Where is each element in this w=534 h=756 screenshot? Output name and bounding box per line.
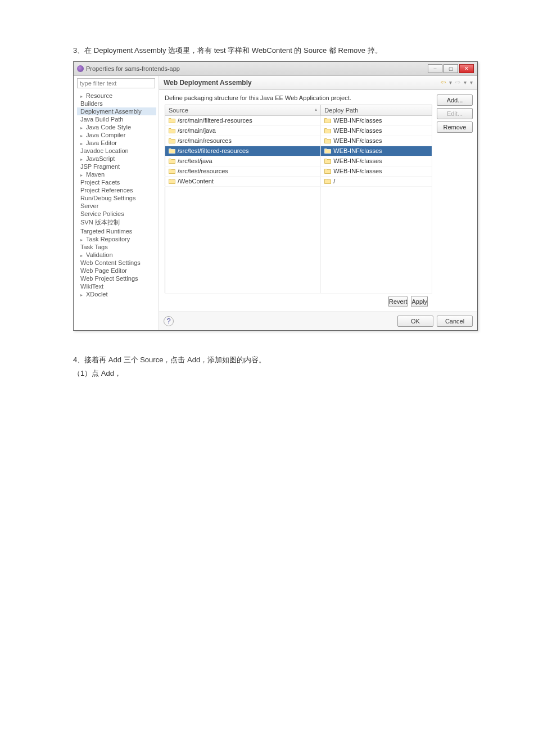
properties-dialog: Properties for sams-frontends-app – ▢ ✕ … bbox=[73, 61, 478, 331]
tree-item[interactable]: Resource bbox=[77, 92, 156, 100]
tree-item[interactable]: Project References bbox=[77, 186, 156, 194]
folder-icon: WEB-INF/classes bbox=[324, 117, 382, 124]
tree-item[interactable]: Validation bbox=[77, 251, 156, 259]
window-titlebar: Properties for sams-frontends-app – ▢ ✕ bbox=[74, 62, 477, 76]
tree-item[interactable]: Builders bbox=[77, 100, 156, 107]
folder-icon: / bbox=[324, 178, 335, 184]
sort-indicator-icon: ▴ bbox=[315, 107, 317, 112]
folder-icon: WEB-INF/classes bbox=[324, 168, 382, 174]
sidebar: ResourceBuildersDeployment AssemblyJava … bbox=[74, 76, 159, 330]
folder-icon: WEB-INF/classes bbox=[324, 158, 382, 164]
tree-item[interactable]: WikiText bbox=[77, 282, 156, 290]
tree-item[interactable]: Service Policies bbox=[77, 210, 156, 218]
folder-icon: /src/main/filtered-resources bbox=[169, 117, 252, 124]
maximize-button[interactable]: ▢ bbox=[444, 64, 458, 73]
tree-item[interactable]: SVN 版本控制 bbox=[77, 218, 156, 227]
caption-4: 4、接着再 Add 三个 Source，点击 Add，添加如图的内容。 bbox=[73, 353, 478, 367]
window-title: Properties for sams-frontends-app bbox=[86, 65, 180, 72]
tree-item[interactable]: Targeted Runtimes bbox=[77, 227, 156, 235]
folder-icon: /WebContent bbox=[169, 178, 214, 184]
assembly-table[interactable]: Source▴ Deploy Path /src/main/filtered-r… bbox=[165, 105, 432, 294]
table-row[interactable]: /src/main/filtered-resources WEB-INF/cla… bbox=[165, 115, 432, 125]
col-source[interactable]: Source▴ bbox=[165, 105, 321, 115]
tree-item[interactable]: XDoclet bbox=[77, 290, 156, 298]
col-deploy[interactable]: Deploy Path bbox=[321, 105, 432, 115]
tree-item[interactable]: Project Facets bbox=[77, 178, 156, 186]
tree-item[interactable]: Run/Debug Settings bbox=[77, 194, 156, 202]
tree-item[interactable]: Java Compiler bbox=[77, 131, 156, 139]
forward-dropdown-icon[interactable]: ▾ bbox=[464, 79, 467, 86]
folder-icon: /src/test/java bbox=[169, 158, 212, 164]
tree-item[interactable]: Web Content Settings bbox=[77, 259, 156, 267]
folder-icon: /src/main/java bbox=[169, 127, 216, 134]
help-icon[interactable]: ? bbox=[164, 316, 174, 326]
tree-item[interactable]: Java Code Style bbox=[77, 123, 156, 131]
menu-dropdown-icon[interactable]: ▾ bbox=[470, 79, 473, 86]
back-dropdown-icon[interactable]: ▾ bbox=[449, 79, 452, 86]
revert-button[interactable]: Revert bbox=[388, 296, 408, 307]
folder-icon: /src/main/resources bbox=[169, 137, 232, 144]
tree-item[interactable]: Java Editor bbox=[77, 139, 156, 147]
folder-icon: WEB-INF/classes bbox=[324, 127, 382, 134]
edit-button[interactable]: Edit... bbox=[437, 108, 473, 119]
forward-icon[interactable]: ⇨ bbox=[455, 79, 460, 86]
close-button[interactable]: ✕ bbox=[459, 64, 474, 73]
apply-button[interactable]: Apply bbox=[411, 296, 428, 307]
add-button[interactable]: Add... bbox=[437, 94, 473, 106]
remove-button[interactable]: Remove bbox=[437, 122, 473, 133]
folder-icon: WEB-INF/classes bbox=[324, 147, 382, 154]
folder-icon: /src/test/resources bbox=[169, 168, 228, 174]
page-description: Define packaging structure for this Java… bbox=[165, 94, 432, 101]
folder-icon: /src/test/filtered-resources bbox=[169, 147, 249, 154]
filter-input[interactable] bbox=[78, 79, 155, 88]
table-row[interactable]: /src/main/java WEB-INF/classes bbox=[165, 125, 432, 136]
tree-item[interactable]: Server bbox=[77, 202, 156, 210]
eclipse-icon bbox=[77, 65, 84, 72]
tree-item[interactable]: JavaScript bbox=[77, 155, 156, 163]
minimize-button[interactable]: – bbox=[428, 64, 442, 73]
folder-icon: WEB-INF/classes bbox=[324, 137, 382, 144]
tree-item[interactable]: Deployment Assembly bbox=[77, 107, 156, 115]
tree-item[interactable]: Maven bbox=[77, 170, 156, 178]
tree-item[interactable]: Javadoc Location bbox=[77, 147, 156, 155]
tree-item[interactable]: Java Build Path bbox=[77, 115, 156, 123]
tree-item[interactable]: Task Tags bbox=[77, 243, 156, 251]
table-row[interactable]: /src/test/filtered-resources WEB-INF/cla… bbox=[165, 146, 432, 156]
tree-item[interactable]: Web Page Editor bbox=[77, 267, 156, 274]
tree-item[interactable]: Task Repository bbox=[77, 235, 156, 243]
table-row[interactable]: /WebContent / bbox=[165, 176, 432, 186]
ok-button[interactable]: OK bbox=[397, 316, 433, 327]
back-icon[interactable]: ⇦ bbox=[441, 79, 446, 86]
tree-item[interactable]: JSP Fragment bbox=[77, 163, 156, 170]
tree-item[interactable]: Web Project Settings bbox=[77, 274, 156, 282]
table-row[interactable]: /src/test/resources WEB-INF/classes bbox=[165, 166, 432, 176]
cancel-button[interactable]: Cancel bbox=[437, 316, 473, 327]
category-tree[interactable]: ResourceBuildersDeployment AssemblyJava … bbox=[74, 91, 159, 300]
table-row[interactable]: /src/main/resources WEB-INF/classes bbox=[165, 136, 432, 146]
caption-4a: （1）点 Add， bbox=[73, 367, 478, 381]
table-row[interactable]: /src/test/java WEB-INF/classes bbox=[165, 156, 432, 166]
caption-3: 3、在 Deployment Assembly 选项里，将有 test 字样和 … bbox=[73, 45, 478, 57]
page-title: Web Deployment Assembly bbox=[164, 79, 252, 87]
